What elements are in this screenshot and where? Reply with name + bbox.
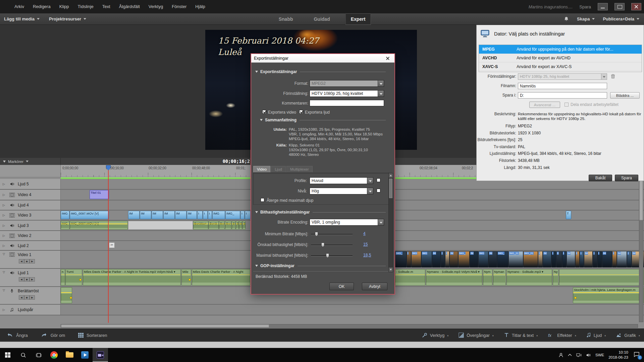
vertical-scrollbar[interactable] [639, 179, 643, 322]
scrollbar-thumb[interactable] [61, 324, 269, 327]
filename-input[interactable] [518, 83, 607, 89]
explorer-taskbar-icon[interactable] [62, 348, 77, 362]
track-header-ljud-5[interactable]: ▷Ljud 5 [0, 179, 61, 189]
search-taskbar-icon[interactable] [15, 348, 31, 362]
photo-clip[interactable]: IMG [421, 251, 432, 267]
clip-audio[interactable]: B [243, 221, 246, 230]
photo-clip[interactable]: IMG [478, 251, 488, 267]
photo-clip[interactable]: I [538, 251, 543, 267]
encoding-select[interactable]: VBR, 1 omgång [310, 219, 384, 226]
clip-audio[interactable]: Berät [209, 221, 219, 230]
track-header-video-2[interactable]: ▷Video 2 [0, 231, 61, 240]
clip-video[interactable]: IM [152, 211, 163, 219]
track-header-ljud-3[interactable]: ▷Ljud 3 [0, 221, 61, 230]
menu-hj-lp[interactable]: Hjälp [191, 0, 210, 13]
add-media-button[interactable]: Lägg till media [4, 16, 40, 21]
prev-keyframe-button[interactable]: ◀ [19, 259, 24, 263]
keyframe-dot[interactable] [70, 297, 72, 299]
menu-text[interactable]: Text [98, 0, 115, 13]
photo-clip[interactable]: I [580, 251, 584, 267]
keyframe-dot[interactable] [574, 297, 577, 299]
tab-guidad[interactable]: Guidad [308, 13, 335, 25]
tab-video[interactable]: Video [253, 166, 270, 172]
menu-verktyg[interactable]: Verktyg [144, 0, 167, 13]
clip-video[interactable]: I [197, 211, 203, 219]
expand-icon[interactable]: ▷ [3, 234, 6, 237]
g-r-om-button[interactable]: Gör om [41, 333, 65, 338]
section-export-settings[interactable]: Exportinställningar [255, 69, 386, 74]
clip-audio[interactable]: Nyman [493, 269, 506, 286]
photo-clip[interactable]: IM [432, 251, 441, 267]
export-audio-checkbox[interactable] [299, 110, 303, 114]
max-depth-checkbox[interactable] [261, 198, 264, 202]
photos-taskbar-icon[interactable] [77, 348, 93, 362]
photo-clip[interactable]: IM [543, 251, 551, 267]
premiere-taskbar-icon[interactable] [93, 348, 108, 362]
clip-audio[interactable]: Nym [483, 269, 492, 286]
photo-clip[interactable]: IMG_ [395, 251, 407, 267]
clip-audio[interactable]: B [239, 221, 242, 230]
clip-audio[interactable]: Berättarr [193, 221, 208, 230]
expand-icon[interactable]: ▷ [3, 214, 6, 217]
level-checkbox[interactable] [377, 189, 380, 192]
photo-clip[interactable]: II [556, 251, 562, 267]
expand-icon[interactable]: ▷ [3, 224, 6, 227]
photo-clip[interactable]: IM [449, 251, 458, 267]
taskview-taskbar-icon[interactable] [31, 348, 46, 362]
next-keyframe-button[interactable]: ▶ [30, 277, 35, 282]
profile-checkbox[interactable] [377, 178, 380, 182]
photo-clip[interactable]: I [612, 251, 617, 267]
clip-video[interactable]: IM [175, 211, 186, 219]
clip-audio[interactable]: - Solitude.m [395, 269, 425, 286]
photo-clip[interactable]: IM [470, 251, 478, 267]
chrome-taskbar-icon[interactable] [46, 348, 62, 362]
menu-klipp[interactable]: Klipp [55, 0, 73, 13]
clip-video[interactable]: IM [163, 211, 175, 219]
network-icon[interactable] [576, 353, 582, 357]
minimize-button[interactable] [598, 3, 608, 10]
slider-thumb[interactable] [315, 232, 318, 236]
expand-icon[interactable]: ▷ [3, 244, 6, 247]
scrollbar-thumb[interactable] [639, 180, 643, 220]
clip-gap[interactable] [128, 221, 193, 230]
clip-audio[interactable]: Ber [219, 221, 225, 230]
photo-clip[interactable]: I [407, 251, 411, 267]
clip-audio[interactable]: B [236, 221, 239, 230]
clip-audio[interactable]: Turni [65, 269, 82, 286]
add-keyframe-button[interactable]: ◆ [24, 277, 30, 282]
clip-audio[interactable] [559, 269, 644, 286]
close-icon[interactable] [384, 55, 392, 61]
section-gop[interactable]: GOP-inställningar [255, 263, 386, 268]
clip-audio[interactable]: Nymano - Solitude.mp3 Volym:Nivå ▾ [426, 269, 482, 286]
clip-video[interactable]: IM [187, 211, 197, 219]
maximize-button[interactable] [614, 3, 625, 10]
clip-video[interactable]: IM [140, 211, 151, 219]
clip-audio[interactable]: B [232, 221, 235, 230]
clip-audio[interactable]: Miles Davis Charlie Parker - A Night In … [83, 269, 181, 286]
clip-video[interactable]: IMG [212, 211, 225, 219]
next-keyframe-button[interactable]: ▶ [30, 295, 35, 300]
collapse-icon[interactable]: ▽ [3, 289, 6, 292]
effekter-button[interactable]: fxEffekter▴ [548, 333, 576, 338]
format-option-avchd[interactable]: AVCHDAnvänd för export av AVCHD [479, 54, 642, 62]
clip-video[interactable]: I [245, 211, 251, 219]
photo-clip[interactable]: I [575, 251, 580, 267]
track-header-video-3[interactable]: ▷Video 3 [0, 210, 61, 220]
menu-tg-rdsf-lt[interactable]: Åtgärdsfält [115, 0, 144, 13]
ljud-button[interactable]: Ljud▴ [586, 333, 606, 338]
prev-keyframe-button[interactable]: ◀ [19, 295, 24, 300]
back-button[interactable]: Bakåt [589, 175, 612, 181]
clip-video[interactable]: T [566, 211, 571, 219]
scroll-up-icon[interactable] [389, 173, 393, 178]
track-lane-ljudsp-r[interactable] [0, 305, 644, 315]
clip-audio[interactable]: Berä [225, 221, 231, 230]
photo-clip[interactable]: I [597, 251, 602, 267]
photo-clip[interactable]: I [562, 251, 567, 267]
track-header-ljud-2[interactable]: ▷Ljud 2 [0, 241, 61, 250]
verktyg-button[interactable]: Verktyg▴ [422, 333, 448, 338]
track-header-video-4[interactable]: ▷Video 4 [0, 190, 61, 200]
save-button[interactable]: Spara [615, 175, 638, 181]
clip-video[interactable]: I [240, 211, 245, 219]
create-button[interactable]: Skapa [577, 16, 595, 21]
photo-clip[interactable]: IMG_ [458, 251, 470, 267]
